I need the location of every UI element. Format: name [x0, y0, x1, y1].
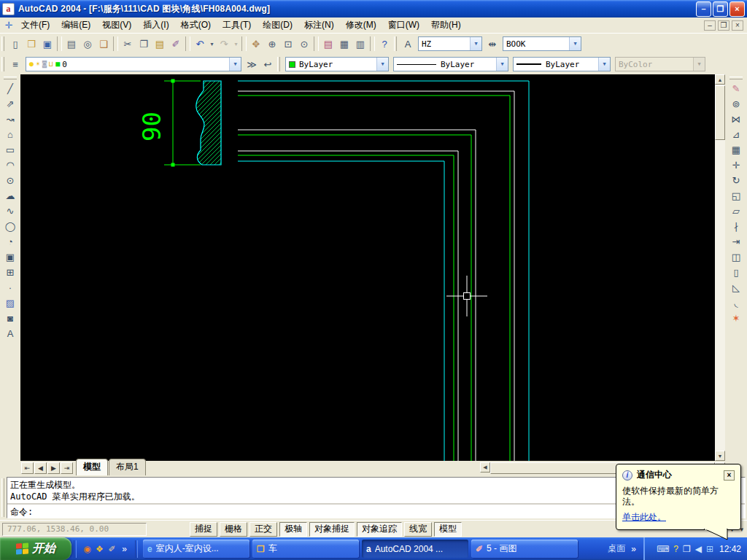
point-icon[interactable]: ∙ — [2, 280, 18, 295]
menu-view[interactable]: 视图(V) — [96, 17, 137, 34]
zoom-previous-icon[interactable]: ⊙ — [296, 36, 312, 52]
scale-icon[interactable]: ◱ — [728, 188, 744, 203]
vertical-scroll-thumb[interactable] — [715, 85, 725, 140]
balloon-close-button[interactable]: × — [724, 470, 735, 481]
model-toggle[interactable]: 模型 — [434, 522, 462, 537]
undo-dropdown-icon[interactable]: ▾ — [208, 36, 216, 52]
osnap-toggle[interactable]: 对象捕捉 — [309, 522, 355, 537]
balloon-link[interactable]: 单击此处。 — [622, 511, 666, 524]
polyline-icon[interactable]: ↝ — [2, 112, 18, 127]
stretch-icon[interactable]: ▱ — [728, 203, 744, 219]
start-button[interactable]: 开始 — [0, 537, 71, 560]
ortho-toggle[interactable]: 正交 — [249, 522, 277, 537]
plot-preview-icon[interactable]: ◎ — [80, 36, 96, 52]
grid-toggle[interactable]: 栅格 — [220, 522, 247, 537]
layer-previous-icon[interactable]: ↩ — [260, 56, 276, 72]
designcenter-icon[interactable]: ▦ — [336, 36, 352, 52]
tab-scroll-next-button[interactable]: ▶ — [47, 462, 60, 474]
redo-icon[interactable]: ↷ — [216, 36, 232, 52]
cut-icon[interactable]: ✂ — [120, 36, 136, 52]
menu-file[interactable]: 文件(F) — [15, 17, 55, 34]
chevron-down-icon[interactable]: ▼ — [569, 37, 581, 50]
mdi-minimize-button[interactable]: – — [704, 20, 716, 31]
line-icon[interactable]: ╱ — [2, 81, 18, 96]
hatch-icon[interactable]: ▨ — [2, 295, 18, 311]
pan-icon[interactable]: ✥ — [248, 36, 264, 52]
help-icon[interactable]: ? — [376, 36, 392, 52]
toolbar-grip[interactable] — [277, 57, 280, 71]
toolbar-grip[interactable] — [1, 57, 4, 71]
linetype-combo[interactable]: ByLayer ▼ — [393, 57, 508, 71]
layer-color-swatch[interactable]: ■ — [55, 61, 60, 68]
toolbar-grip[interactable] — [394, 36, 397, 51]
command-grip[interactable] — [1, 478, 4, 517]
publish-icon[interactable]: ❑ — [96, 36, 112, 52]
scroll-up-button[interactable]: ▲ — [715, 74, 725, 85]
save-icon[interactable]: ▣ — [39, 36, 55, 52]
media-player-icon[interactable]: ◉ — [81, 544, 93, 554]
task-folder-che[interactable]: ❒ 车 — [252, 540, 359, 558]
menu-format[interactable]: 格式(O) — [175, 17, 217, 34]
chevron-down-icon[interactable]: ▼ — [598, 58, 610, 71]
snap-toggle[interactable]: 捕捉 — [190, 522, 217, 537]
tab-model[interactable]: 模型 — [76, 459, 108, 475]
properties-icon[interactable]: ▤ — [320, 36, 336, 52]
arc-icon[interactable]: ◠ — [2, 158, 18, 173]
scroll-down-button[interactable]: ▼ — [715, 451, 725, 461]
extend-icon[interactable]: ⇥ — [728, 234, 744, 249]
mdi-restore-button[interactable]: ❐ — [718, 20, 729, 31]
task-autocad[interactable]: a AutoCAD 2004 ... — [362, 540, 468, 558]
construction-line-icon[interactable]: ⇗ — [2, 96, 18, 112]
mirror-icon[interactable]: ⋈ — [728, 112, 744, 127]
explode-icon[interactable]: ✶ — [728, 311, 744, 326]
circle-icon[interactable]: ⊙ — [2, 173, 18, 188]
hide-tray-icons-icon[interactable]: ◀ — [695, 545, 702, 553]
trim-icon[interactable]: ∤ — [728, 219, 744, 234]
spline-icon[interactable]: ∿ — [2, 203, 18, 219]
chevron-more-icon[interactable]: » — [631, 544, 636, 554]
new-icon[interactable]: ▯ — [7, 36, 23, 52]
plot-icon[interactable]: ▤ — [63, 36, 80, 52]
copy-icon[interactable]: ⊚ — [728, 96, 744, 112]
lineweight-combo[interactable]: ByLayer ▼ — [513, 57, 611, 71]
toolbar-grip[interactable] — [729, 77, 743, 79]
scroll-left-button[interactable]: ◀ — [480, 462, 490, 472]
desktop-toolbar[interactable]: 桌面 » — [600, 542, 643, 555]
lineweight-toggle[interactable]: 线宽 — [404, 522, 432, 537]
undo-icon[interactable]: ↶ — [192, 36, 208, 52]
toolbar-grip[interactable] — [4, 77, 17, 79]
menu-insert[interactable]: 插入(I) — [137, 17, 174, 34]
offset-icon[interactable]: ⊿ — [728, 127, 744, 142]
toolbar-grip[interactable] — [1, 36, 4, 51]
menu-help[interactable]: 帮助(H) — [425, 17, 467, 34]
insert-block-icon[interactable]: ▣ — [2, 249, 18, 265]
text-style-combo[interactable]: HZ ▼ — [418, 36, 482, 51]
zoom-window-icon[interactable]: ⊡ — [280, 36, 296, 52]
chevron-down-icon[interactable]: ▼ — [470, 37, 481, 50]
minimize-button[interactable]: – — [696, 1, 711, 17]
break-icon[interactable]: ▯ — [728, 265, 744, 280]
open-icon[interactable]: ❒ — [23, 36, 39, 52]
erase-icon[interactable]: ✎ — [728, 81, 744, 96]
polar-toggle[interactable]: 极轴 — [279, 522, 307, 537]
mdi-close-button[interactable]: × — [732, 20, 743, 31]
dim-style-combo[interactable]: BOOK ▼ — [503, 36, 581, 51]
menu-tools[interactable]: 工具(T) — [217, 17, 257, 34]
layer-on-bulb-icon[interactable]: ● — [29, 61, 34, 68]
layer-combo[interactable]: ●☀◙⊔■ 0 ▼ — [26, 57, 241, 71]
network-icon[interactable]: ⊞ — [706, 545, 713, 553]
paste-icon[interactable]: ▤ — [152, 36, 168, 52]
task-paint[interactable]: ✐ 5 - 画图 — [471, 540, 578, 558]
polygon-icon[interactable]: ⌂ — [2, 127, 18, 142]
dim-style-icon[interactable]: ⇹ — [484, 36, 500, 52]
fillet-icon[interactable]: ◟ — [728, 295, 744, 311]
restore-button[interactable]: ❐ — [713, 1, 728, 17]
match-properties-icon[interactable]: ✐ — [168, 36, 184, 52]
chevron-down-icon[interactable]: ▼ — [376, 58, 388, 71]
chevron-down-icon[interactable]: ▼ — [229, 58, 241, 71]
vertical-scrollbar[interactable]: ▲ ▼ — [715, 74, 725, 461]
chamfer-icon[interactable]: ◺ — [728, 280, 744, 295]
move-icon[interactable]: ✛ — [728, 158, 744, 173]
layer-vp-freeze-icon[interactable]: ◙ — [42, 61, 47, 68]
make-object-layer-current-icon[interactable]: ≫ — [244, 56, 260, 72]
